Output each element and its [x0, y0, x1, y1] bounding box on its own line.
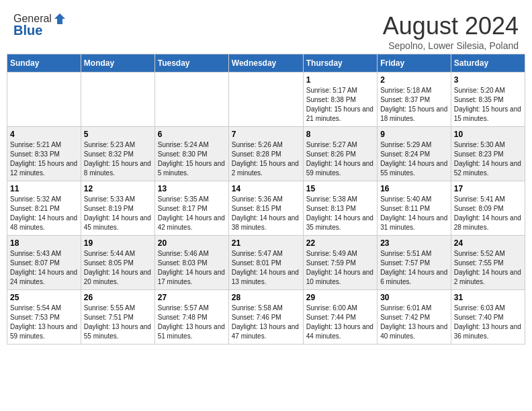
- calendar-cell: 14Sunrise: 5:36 AM Sunset: 8:15 PM Dayli…: [228, 181, 303, 236]
- day-number: 1: [306, 75, 374, 85]
- day-number: 28: [232, 293, 300, 302]
- calendar-header-row: SundayMondayTuesdayWednesdayThursdayFrid…: [7, 54, 525, 73]
- day-number: 12: [84, 184, 152, 193]
- logo: General Blue: [13, 12, 66, 38]
- day-number: 15: [306, 184, 374, 193]
- day-info: Sunrise: 5:40 AM Sunset: 8:11 PM Dayligh…: [380, 195, 448, 232]
- day-info: Sunrise: 5:33 AM Sunset: 8:19 PM Dayligh…: [84, 195, 152, 232]
- day-info: Sunrise: 5:35 AM Sunset: 8:17 PM Dayligh…: [158, 195, 226, 232]
- calendar-cell: 30Sunrise: 6:01 AM Sunset: 7:42 PM Dayli…: [378, 290, 451, 345]
- column-header-thursday: Thursday: [303, 54, 377, 73]
- day-number: 30: [380, 293, 448, 302]
- column-header-monday: Monday: [81, 54, 154, 73]
- logo-blue-text: Blue: [13, 23, 42, 38]
- day-number: 7: [232, 130, 300, 139]
- day-info: Sunrise: 5:36 AM Sunset: 8:15 PM Dayligh…: [232, 195, 300, 232]
- day-number: 19: [84, 238, 152, 248]
- day-info: Sunrise: 5:17 AM Sunset: 8:38 PM Dayligh…: [306, 86, 374, 124]
- location: Sepolno, Lower Silesia, Poland: [383, 40, 519, 51]
- calendar-cell: 8Sunrise: 5:27 AM Sunset: 8:26 PM Daylig…: [303, 127, 377, 181]
- calendar-cell: 11Sunrise: 5:32 AM Sunset: 8:21 PM Dayli…: [7, 181, 81, 236]
- day-number: 8: [306, 130, 374, 139]
- calendar-cell: 4Sunrise: 5:21 AM Sunset: 8:33 PM Daylig…: [7, 127, 81, 181]
- day-info: Sunrise: 5:57 AM Sunset: 7:48 PM Dayligh…: [158, 304, 226, 341]
- day-info: Sunrise: 5:44 AM Sunset: 8:05 PM Dayligh…: [84, 249, 152, 287]
- day-info: Sunrise: 5:47 AM Sunset: 8:01 PM Dayligh…: [232, 249, 300, 287]
- logo-icon: [53, 12, 66, 26]
- calendar-cell: 2Sunrise: 5:18 AM Sunset: 8:37 PM Daylig…: [378, 73, 451, 127]
- calendar-cell: 29Sunrise: 6:00 AM Sunset: 7:44 PM Dayli…: [303, 290, 377, 345]
- day-info: Sunrise: 5:55 AM Sunset: 7:51 PM Dayligh…: [84, 304, 152, 341]
- calendar-cell: 23Sunrise: 5:51 AM Sunset: 7:57 PM Dayli…: [378, 236, 451, 290]
- calendar-cell: 1Sunrise: 5:17 AM Sunset: 8:38 PM Daylig…: [303, 73, 377, 127]
- day-number: 11: [10, 184, 78, 193]
- day-info: Sunrise: 5:29 AM Sunset: 8:24 PM Dayligh…: [380, 140, 448, 178]
- page-header: General Blue August 2024 Sepolno, Lower …: [7, 7, 525, 54]
- day-info: Sunrise: 5:26 AM Sunset: 8:28 PM Dayligh…: [232, 140, 300, 178]
- day-info: Sunrise: 5:38 AM Sunset: 8:13 PM Dayligh…: [306, 195, 374, 232]
- day-number: 20: [158, 238, 226, 248]
- day-number: 27: [158, 293, 226, 302]
- calendar-cell: 26Sunrise: 5:55 AM Sunset: 7:51 PM Dayli…: [81, 290, 154, 345]
- day-info: Sunrise: 5:52 AM Sunset: 7:55 PM Dayligh…: [454, 249, 522, 287]
- day-number: 31: [454, 293, 522, 302]
- day-number: 9: [380, 130, 448, 139]
- calendar-cell: 19Sunrise: 5:44 AM Sunset: 8:05 PM Dayli…: [81, 236, 154, 290]
- day-info: Sunrise: 5:54 AM Sunset: 7:53 PM Dayligh…: [10, 304, 78, 341]
- day-number: 25: [10, 293, 78, 302]
- day-info: Sunrise: 5:18 AM Sunset: 8:37 PM Dayligh…: [380, 86, 448, 124]
- calendar-cell: 13Sunrise: 5:35 AM Sunset: 8:17 PM Dayli…: [154, 181, 228, 236]
- day-info: Sunrise: 5:21 AM Sunset: 8:33 PM Dayligh…: [10, 140, 78, 178]
- day-number: 22: [306, 238, 374, 248]
- day-number: 21: [232, 238, 300, 248]
- day-info: Sunrise: 5:27 AM Sunset: 8:26 PM Dayligh…: [306, 140, 374, 178]
- calendar-cell: 17Sunrise: 5:41 AM Sunset: 8:09 PM Dayli…: [451, 181, 525, 236]
- month-title: August 2024: [383, 12, 519, 40]
- day-info: Sunrise: 5:32 AM Sunset: 8:21 PM Dayligh…: [10, 195, 78, 232]
- day-info: Sunrise: 5:43 AM Sunset: 8:07 PM Dayligh…: [10, 249, 78, 287]
- calendar-cell: 7Sunrise: 5:26 AM Sunset: 8:28 PM Daylig…: [228, 127, 303, 181]
- column-header-tuesday: Tuesday: [154, 54, 228, 73]
- day-info: Sunrise: 5:49 AM Sunset: 7:59 PM Dayligh…: [306, 249, 374, 287]
- column-header-saturday: Saturday: [451, 54, 525, 73]
- day-info: Sunrise: 5:58 AM Sunset: 7:46 PM Dayligh…: [232, 304, 300, 341]
- calendar-cell: [7, 73, 81, 127]
- day-number: 13: [158, 184, 226, 193]
- day-number: 29: [306, 293, 374, 302]
- calendar-cell: 5Sunrise: 5:23 AM Sunset: 8:32 PM Daylig…: [81, 127, 154, 181]
- day-number: 6: [158, 130, 226, 139]
- calendar-cell: 16Sunrise: 5:40 AM Sunset: 8:11 PM Dayli…: [378, 181, 451, 236]
- day-number: 5: [84, 130, 152, 139]
- day-info: Sunrise: 5:24 AM Sunset: 8:30 PM Dayligh…: [158, 140, 226, 178]
- svg-marker-0: [54, 13, 65, 24]
- day-info: Sunrise: 6:03 AM Sunset: 7:40 PM Dayligh…: [454, 304, 522, 341]
- day-info: Sunrise: 6:01 AM Sunset: 7:42 PM Dayligh…: [380, 304, 448, 341]
- calendar-cell: [154, 73, 228, 127]
- day-number: 17: [454, 184, 522, 193]
- calendar-week-row: 4Sunrise: 5:21 AM Sunset: 8:33 PM Daylig…: [7, 127, 525, 181]
- day-info: Sunrise: 5:51 AM Sunset: 7:57 PM Dayligh…: [380, 249, 448, 287]
- day-number: 26: [84, 293, 152, 302]
- day-info: Sunrise: 6:00 AM Sunset: 7:44 PM Dayligh…: [306, 304, 374, 341]
- day-number: 2: [380, 75, 448, 85]
- calendar-cell: 28Sunrise: 5:58 AM Sunset: 7:46 PM Dayli…: [228, 290, 303, 345]
- day-number: 24: [454, 238, 522, 248]
- calendar-table: SundayMondayTuesdayWednesdayThursdayFrid…: [7, 54, 525, 345]
- calendar-cell: 6Sunrise: 5:24 AM Sunset: 8:30 PM Daylig…: [154, 127, 228, 181]
- day-number: 16: [380, 184, 448, 193]
- calendar-week-row: 11Sunrise: 5:32 AM Sunset: 8:21 PM Dayli…: [7, 181, 525, 236]
- calendar-cell: [81, 73, 154, 127]
- day-number: 4: [10, 130, 78, 139]
- calendar-week-row: 1Sunrise: 5:17 AM Sunset: 8:38 PM Daylig…: [7, 73, 525, 127]
- day-info: Sunrise: 5:20 AM Sunset: 8:35 PM Dayligh…: [454, 86, 522, 124]
- calendar-cell: 10Sunrise: 5:30 AM Sunset: 8:23 PM Dayli…: [451, 127, 525, 181]
- day-number: 3: [454, 75, 522, 85]
- calendar-cell: 31Sunrise: 6:03 AM Sunset: 7:40 PM Dayli…: [451, 290, 525, 345]
- day-number: 23: [380, 238, 448, 248]
- column-header-sunday: Sunday: [7, 54, 81, 73]
- column-header-wednesday: Wednesday: [228, 54, 303, 73]
- calendar-cell: 20Sunrise: 5:46 AM Sunset: 8:03 PM Dayli…: [154, 236, 228, 290]
- calendar-week-row: 25Sunrise: 5:54 AM Sunset: 7:53 PM Dayli…: [7, 290, 525, 345]
- calendar-week-row: 18Sunrise: 5:43 AM Sunset: 8:07 PM Dayli…: [7, 236, 525, 290]
- calendar-cell: 12Sunrise: 5:33 AM Sunset: 8:19 PM Dayli…: [81, 181, 154, 236]
